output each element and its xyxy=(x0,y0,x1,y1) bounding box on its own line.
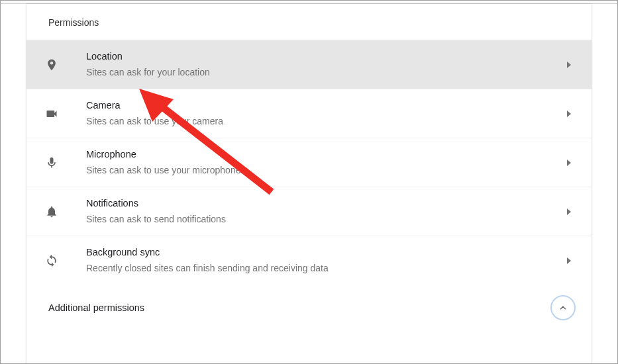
permission-row-camera[interactable]: Camera Sites can ask to use your camera xyxy=(26,89,592,138)
permission-subtitle: Sites can ask to use your microphone xyxy=(86,164,562,177)
permission-text: Microphone Sites can ask to use your mic… xyxy=(86,148,562,177)
chevron-right-icon xyxy=(562,62,576,68)
permissions-heading: Permissions xyxy=(26,4,592,40)
additional-permissions-label: Additional permissions xyxy=(48,302,144,313)
permission-title: Camera xyxy=(86,99,562,112)
permission-subtitle: Sites can ask to send notifications xyxy=(86,213,562,226)
chevron-right-icon xyxy=(562,111,576,117)
permission-row-background-sync[interactable]: Background sync Recently closed sites ca… xyxy=(26,236,592,285)
permission-title: Background sync xyxy=(86,246,562,259)
permission-title: Notifications xyxy=(86,197,562,210)
chevron-up-icon xyxy=(558,303,568,312)
permission-row-location[interactable]: Location Sites can ask for your location xyxy=(26,40,592,89)
scroll-up-button[interactable] xyxy=(550,295,576,320)
settings-panel: Permissions Location Sites can ask for y… xyxy=(26,4,592,364)
additional-permissions-row[interactable]: Additional permissions xyxy=(26,285,592,331)
permission-text: Background sync Recently closed sites ca… xyxy=(86,246,562,275)
permission-text: Location Sites can ask for your location xyxy=(86,50,562,79)
permission-text: Notifications Sites can ask to send noti… xyxy=(86,197,562,226)
location-icon xyxy=(44,57,60,73)
permission-text: Camera Sites can ask to use your camera xyxy=(86,99,562,128)
chevron-right-icon xyxy=(562,257,576,264)
permission-title: Location xyxy=(86,50,562,63)
permission-title: Microphone xyxy=(86,148,562,161)
permission-row-notifications[interactable]: Notifications Sites can ask to send noti… xyxy=(26,187,592,236)
sync-icon xyxy=(44,253,60,269)
bell-icon xyxy=(44,204,60,220)
permission-row-microphone[interactable]: Microphone Sites can ask to use your mic… xyxy=(26,138,592,187)
chevron-right-icon xyxy=(562,159,576,166)
microphone-icon xyxy=(44,155,60,171)
chevron-right-icon xyxy=(562,208,576,215)
permission-subtitle: Recently closed sites can finish sending… xyxy=(86,262,562,275)
permission-subtitle: Sites can ask to use your camera xyxy=(86,115,562,128)
camera-icon xyxy=(44,106,60,122)
permission-subtitle: Sites can ask for your location xyxy=(86,66,562,79)
